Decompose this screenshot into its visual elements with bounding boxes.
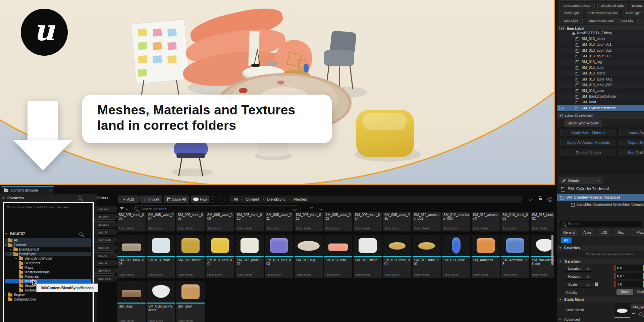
fab-button[interactable]: Fab [191, 196, 209, 203]
outliner-row[interactable]: SM_BackdropCylinder [557, 94, 644, 99]
blend-sync-button[interactable]: Apply All Actors Materials [560, 139, 616, 146]
asset-tile[interactable]: SM_005_vase_008Static Mesh [176, 212, 205, 231]
asset-thumbnail[interactable] [117, 281, 146, 303]
blend-sync-tab[interactable]: Blend Sync Widget × [564, 119, 602, 127]
place-actor-button[interactable]: Directional Light [597, 3, 627, 9]
filter-chip[interactable]: LOD [597, 229, 611, 236]
outliner-row[interactable]: SM_013_vase [557, 88, 644, 94]
transform-value-x[interactable]: 0.0 [614, 265, 643, 271]
outliner-row[interactable]: SM_013_pouf_001 [557, 42, 644, 47]
expand-arrow[interactable]: ▸ [10, 247, 11, 252]
blend-sync-button[interactable]: Disable Nanite [560, 149, 616, 156]
cb-favorites-header[interactable]: ▾ Favorites [0, 194, 97, 202]
asset-tile[interactable]: SM_005_vase_011Static Mesh [265, 212, 293, 231]
mobility-static-button[interactable]: Static [616, 289, 633, 295]
details-instance-row[interactable]: SM_CylinderPiedestal (Instance) [557, 194, 644, 201]
transform-value-x[interactable]: 1.0 [614, 281, 643, 287]
close-icon[interactable]: × [50, 187, 52, 194]
details-actor-row[interactable]: SM_CylinderPiedestal [557, 185, 644, 193]
asset-thumbnail[interactable] [472, 235, 500, 256]
search-dropdown-icon[interactable] [293, 208, 297, 211]
details-component-row[interactable]: StaticMeshComponent (StaticMeshCompon [557, 201, 644, 207]
blend-sync-button[interactable]: Import As [619, 129, 644, 136]
tree-item-dataprepcore[interactable]: DataprepCore [5, 297, 91, 302]
add-button[interactable]: +Add [118, 196, 139, 203]
tree-item-blendsyncwidget[interactable]: ▸BlendSyncWidget [5, 256, 91, 261]
outliner-row[interactable]: SM_013_decor [557, 36, 644, 42]
asset-thumbnail[interactable] [147, 281, 175, 303]
expand-arrow[interactable]: ▸ [15, 256, 17, 261]
asset-thumbnail[interactable] [147, 235, 175, 256]
asset-thumbnail[interactable] [324, 235, 352, 256]
asset-thumbnail[interactable] [265, 235, 293, 256]
asset-tile[interactable]: SM_013_chairStatic Mesh [147, 257, 175, 278]
outliner-row[interactable]: SM_013_pouf_002 [557, 48, 644, 53]
asset-thumbnail[interactable] [206, 235, 234, 256]
breadcrumb-item-blendsync[interactable]: BlendSync [267, 197, 285, 201]
asset-tile[interactable]: SM_005_vase_007Static Mesh [147, 212, 175, 231]
scale-dropdown[interactable]: Scale [565, 281, 593, 288]
asset-tile[interactable]: SM_013_pouf_003Static Mesh [265, 257, 293, 278]
place-actor-button[interactable]: Point Light [559, 10, 583, 16]
outliner-row[interactable]: SM_013_table_001 [557, 76, 644, 82]
asset-tile[interactable]: SM_005_vase_012Static Mesh [294, 212, 323, 231]
tree-item-content[interactable]: ▾Content [5, 243, 91, 248]
asset-tile[interactable]: SM_005_vase_014Static Mesh [354, 212, 382, 231]
tree-item-blueprints[interactable]: Blueprints [5, 261, 91, 266]
cb-sources-header[interactable]: ▾ BSUE57 [4, 231, 90, 237]
asset-thumbnail[interactable] [383, 235, 411, 256]
section-advanced[interactable]: ▸Advanced [557, 317, 644, 322]
section-favorites[interactable]: ▾Favorites [557, 245, 644, 251]
place-actor-button[interactable]: Rect Light [623, 10, 644, 16]
search-icon[interactable] [78, 196, 82, 200]
asset-tile[interactable]: SM_ArmchairStatic Mesh [472, 257, 500, 278]
asset-tile[interactable]: SM_005_vase_015Static Mesh [383, 212, 411, 231]
breadcrumb-item-meshes[interactable]: Meshes [293, 197, 307, 201]
filter-chip[interactable]: Physi [631, 229, 644, 236]
sort-dropdown-icon[interactable] [319, 207, 322, 210]
details-tab[interactable]: Details × [559, 177, 603, 184]
filter-chip[interactable]: Misc [613, 229, 629, 236]
place-actor-button[interactable]: Static Mesh Actor [585, 18, 618, 24]
asset-tile[interactable]: SM_Armchair_05Static Mesh [501, 257, 529, 278]
outliner-row[interactable]: SM_013_pouf_003 [557, 53, 644, 59]
settings-gear-icon[interactable] [547, 197, 552, 202]
grid-scrollbar[interactable] [551, 235, 553, 265]
import-button[interactable]: ↧Import [140, 196, 162, 203]
expand-arrow[interactable]: ▾ [5, 243, 6, 248]
tree-item-mastermaterials[interactable]: MasterMaterials [5, 270, 91, 275]
filter-chip[interactable]: Actor [580, 229, 595, 236]
asset-tile[interactable]: SM_BoatStatic Mesh [117, 304, 146, 322]
asset-tile[interactable]: SM_CylinderPiedestalStatic Mesh [147, 304, 175, 322]
browse-to-asset-icon[interactable] [639, 312, 643, 316]
asset-tile[interactable]: SM_013_table_002Static Mesh [413, 257, 441, 278]
content-browser-tab[interactable]: Content Browser × [1, 186, 54, 195]
blend-sync-button[interactable]: Apply Actor Material [560, 129, 616, 136]
place-actor-button[interactable]: Post Process Volume [586, 10, 619, 16]
filter-funnel-icon[interactable] [119, 207, 124, 210]
tree-item-maps[interactable]: Maps [5, 265, 91, 270]
asset-tile[interactable]: SM_013_pouf_002Static Mesh [235, 257, 264, 278]
outliner-row[interactable]: SM_Boat [557, 99, 644, 105]
asset-thumbnail[interactable] [176, 235, 205, 256]
asset-tile[interactable]: SM_013_book_003Static Mesh [117, 257, 146, 278]
asset-tile[interactable]: SM_013_rugStatic Mesh [294, 257, 323, 278]
tree-item-blendsync[interactable]: ▾BlendSync [5, 252, 91, 257]
outliner-row[interactable]: SM_013_stand [557, 70, 644, 76]
outliner-row-selected[interactable]: SM_CylinderPiedestal [557, 105, 644, 111]
tree-item-blankdefault[interactable]: ▸BlankDefault [5, 247, 91, 252]
place-actor-button[interactable]: Sun Sky [619, 18, 635, 24]
asset-tile[interactable]: SM_ShelfStatic Mesh [176, 304, 205, 322]
asset-tile[interactable]: SM_012_armchairXStatic Mesh [472, 212, 500, 231]
transform-value-x[interactable]: 0.0 ° [614, 273, 643, 279]
asset-thumbnail[interactable] [413, 235, 441, 256]
asset-tile[interactable]: SM_005_vase_006Static Mesh [117, 212, 146, 231]
asset-thumbnail[interactable] [531, 235, 554, 256]
asset-tile[interactable]: SM_005_vase_009Static Mesh [206, 212, 234, 231]
breadcrumb-item-all[interactable]: All [233, 197, 238, 201]
filter-dropdown-icon[interactable] [125, 207, 128, 210]
section-transform[interactable]: ▾Transform [557, 258, 644, 264]
asset-tile[interactable]: SM_012_armchair_002Static Mesh [413, 212, 441, 231]
use-selected-icon[interactable]: ↩ [632, 311, 635, 316]
rotation-dropdown[interactable]: Rotation [565, 273, 593, 280]
